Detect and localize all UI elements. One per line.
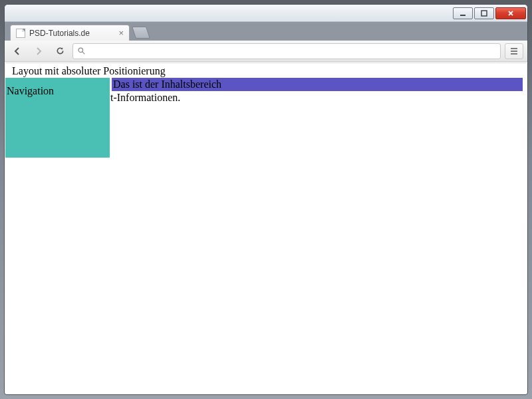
- content-area: Das ist der Inhaltsbereich: [112, 78, 523, 91]
- forward-button[interactable]: [30, 43, 47, 59]
- window-titlebar: [5, 5, 527, 22]
- browser-window: PSD-Tutorials.de × Layout mit absoluter …: [4, 4, 528, 395]
- svg-point-2: [78, 48, 83, 53]
- reload-button[interactable]: [51, 43, 68, 59]
- window-close-button[interactable]: [495, 7, 526, 19]
- navigation-box: Navigation: [5, 78, 110, 158]
- page-icon: [16, 29, 25, 38]
- window-minimize-button[interactable]: [453, 7, 473, 19]
- page-heading: Layout mit absoluter Positionierung: [5, 63, 527, 79]
- window-maximize-button[interactable]: [474, 7, 494, 19]
- tab-strip: PSD-Tutorials.de ×: [5, 22, 527, 41]
- content-area-label: Das ist der Inhaltsbereich: [113, 78, 221, 91]
- rendered-page: Layout mit absoluter Positionierung Das …: [5, 63, 527, 394]
- hamburger-icon: [509, 47, 519, 56]
- menu-button[interactable]: [505, 43, 523, 59]
- toolbar: [5, 41, 527, 62]
- page-viewport: Layout mit absoluter Positionierung Das …: [5, 63, 527, 394]
- svg-rect-0: [460, 15, 466, 16]
- browser-tab[interactable]: PSD-Tutorials.de ×: [10, 25, 130, 41]
- new-tab-button[interactable]: [132, 27, 150, 39]
- back-button[interactable]: [9, 43, 26, 59]
- tab-close-icon[interactable]: ×: [118, 29, 124, 37]
- address-bar[interactable]: [72, 43, 501, 59]
- svg-rect-1: [481, 11, 487, 16]
- info-text: t-Informationen.: [110, 91, 180, 104]
- search-icon: [77, 47, 86, 55]
- navigation-label: Navigation: [7, 85, 54, 96]
- tab-title: PSD-Tutorials.de: [29, 29, 90, 38]
